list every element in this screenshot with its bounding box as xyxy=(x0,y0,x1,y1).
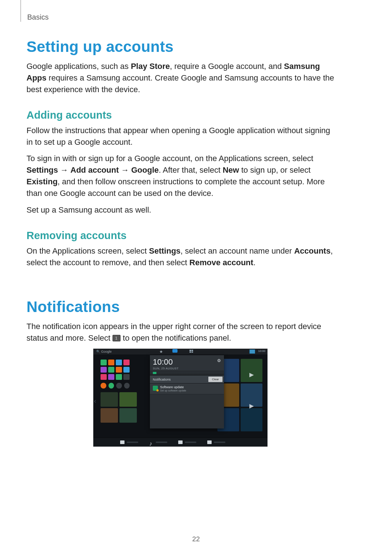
dock-gallery xyxy=(120,440,138,444)
text: → xyxy=(119,165,131,175)
dock-music: ♪ xyxy=(149,440,167,444)
page-content: Setting up accounts Google applications,… xyxy=(26,38,334,447)
p-adding-2: To sign in with or sign up for a Google … xyxy=(26,153,334,199)
bold-accounts: Accounts xyxy=(294,246,330,255)
play-icon: ▶ xyxy=(249,371,254,378)
image-icon xyxy=(120,440,124,444)
media-tiles xyxy=(217,359,262,431)
dock: ♪ xyxy=(93,438,268,447)
notification-subtitle: Set up software update xyxy=(160,389,186,392)
text: , and then follow onscreen instructions … xyxy=(26,177,325,198)
folder-icon xyxy=(207,440,212,444)
quick-toggles xyxy=(150,371,224,375)
h2-adding-accounts: Adding accounts xyxy=(26,109,334,121)
device-screenshot: 🔍 Google ★ 10:00 ‹ ▶ ▶ ⚙ 10:00 SUN, 25 A… xyxy=(93,349,268,447)
status-bar: 🔍 Google ★ 10:00 xyxy=(93,349,268,354)
p-adding-3: Set up a Samsung account as well. xyxy=(26,204,334,216)
text: . After that, select xyxy=(159,165,222,175)
star-icon: ★ xyxy=(159,349,163,354)
p-notifications: The notification icon appears in the upp… xyxy=(26,321,334,344)
music-icon: ♪ xyxy=(149,440,154,444)
panel-clock-date: SUN, 25 AUGUST xyxy=(153,367,221,370)
panel-clock: 10:00 SUN, 25 AUGUST xyxy=(150,355,224,371)
panel-header-label: Notifications xyxy=(150,376,173,383)
page-number: 22 xyxy=(0,535,392,543)
breadcrumb: Basics xyxy=(27,13,49,21)
p-removing: On the Applications screen, select Setti… xyxy=(26,245,334,268)
dock-files xyxy=(207,440,225,444)
apps-grid-icon xyxy=(189,350,193,353)
panel-body xyxy=(150,394,224,428)
bold-settings: Settings xyxy=(26,165,58,175)
text: → xyxy=(58,165,70,175)
h1-notifications: Notifications xyxy=(26,298,334,316)
h2-removing-accounts: Removing accounts xyxy=(26,230,334,242)
widget-grid xyxy=(101,360,130,380)
text: to sign up, or select xyxy=(239,165,311,175)
bold-new: New xyxy=(222,165,239,175)
search-hint-text: Google xyxy=(101,350,112,353)
notifications-panel: ⚙ 10:00 SUN, 25 AUGUST Notifications Cle… xyxy=(150,355,224,428)
notification-title: Software update xyxy=(160,386,186,389)
gear-icon: ⚙ xyxy=(217,358,221,363)
text: to open the notifications panel. xyxy=(121,333,231,342)
text: To sign in with or sign up for a Google … xyxy=(26,154,313,163)
text: Google applications, such as xyxy=(26,62,131,71)
text: , select an account name under xyxy=(180,246,294,255)
bold-settings-2: Settings xyxy=(149,246,181,255)
text: On the Applications screen, select xyxy=(26,246,149,255)
notification-item[interactable]: Software update Set up software update xyxy=(150,383,224,394)
bold-play-store: Play Store xyxy=(131,62,170,71)
p-intro: Google applications, such as Play Store,… xyxy=(26,61,334,95)
dock-video xyxy=(178,440,196,444)
chevron-left-icon: ‹ xyxy=(94,397,96,405)
search-hint: 🔍 Google xyxy=(96,350,112,353)
text: . xyxy=(253,258,256,267)
text: requires a Samsung account. Create Googl… xyxy=(26,73,334,94)
mail-icon xyxy=(172,349,177,353)
play-icon: ▶ xyxy=(249,402,254,409)
bold-existing: Existing xyxy=(26,177,58,186)
text: , require a Google account, and xyxy=(170,62,284,71)
bold-remove-account: Remove account xyxy=(189,258,253,267)
panel-header-row: Notifications Clear xyxy=(150,375,224,383)
bold-google: Google xyxy=(131,165,159,175)
clear-button[interactable]: Clear xyxy=(208,377,222,382)
p-adding-1: Follow the instructions that appear when… xyxy=(26,125,334,148)
panel-clock-time: 10:00 xyxy=(153,357,221,367)
thumbnail-grid xyxy=(101,392,137,423)
h1-setting-up-accounts: Setting up accounts xyxy=(26,38,334,56)
video-icon xyxy=(178,440,183,444)
bold-add-account: Add account xyxy=(70,165,119,175)
widget-row-2 xyxy=(101,383,130,389)
notification-badge-icon xyxy=(249,349,255,354)
status-time: 10:00 xyxy=(258,349,265,353)
margin-rule xyxy=(20,0,21,22)
update-icon xyxy=(153,386,158,391)
notification-count-icon xyxy=(113,335,121,341)
